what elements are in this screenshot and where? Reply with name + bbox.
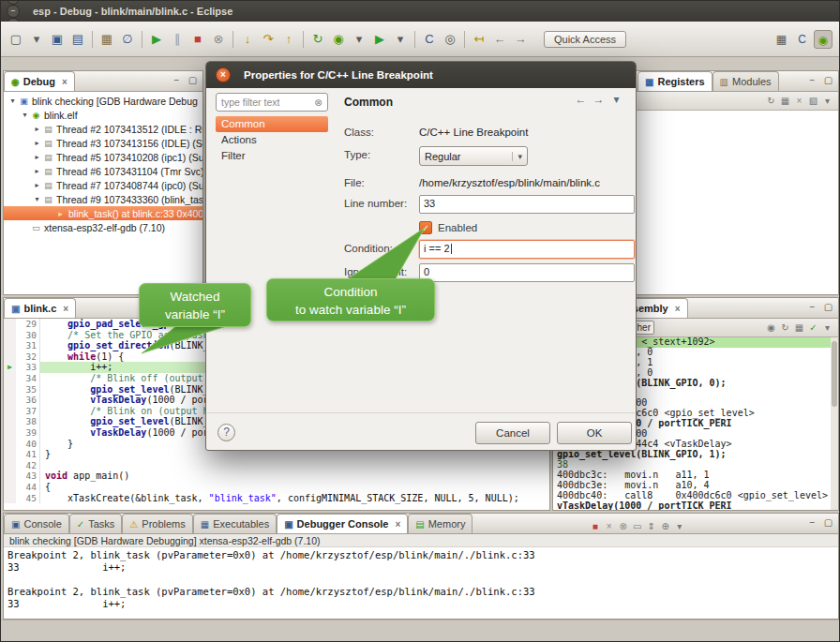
run-menu-icon[interactable]: ▾ <box>391 30 410 49</box>
scrollbar-thumb[interactable] <box>832 341 837 407</box>
debug-tree-item[interactable]: ▾◉blink.elf <box>4 108 202 122</box>
close-icon[interactable]: × <box>395 519 400 530</box>
close-icon[interactable]: × <box>63 304 68 314</box>
run-icon[interactable]: ▶ <box>370 30 389 49</box>
breakpoint-margin[interactable] <box>4 427 16 439</box>
window-minimize-icon[interactable]: − <box>7 5 20 18</box>
last-edit-location-icon[interactable]: ↤ <box>470 30 488 49</box>
code-line[interactable]: 43void app_main() <box>4 470 549 482</box>
tree-expander-icon[interactable]: ▸ <box>32 153 42 161</box>
clear-filter-icon[interactable]: ⊗ <box>314 97 322 108</box>
code-line[interactable]: 42 <box>4 460 549 471</box>
sync-with-pc-icon[interactable]: ◉ <box>764 321 778 335</box>
tab-memory[interactable]: ▤Memory <box>408 514 472 533</box>
tree-expander-icon[interactable]: ▸ <box>32 181 42 189</box>
save-all-icon[interactable]: ▤ <box>68 30 87 49</box>
new-wizard-icon[interactable]: ▢ <box>7 30 25 49</box>
breakpoint-margin[interactable] <box>4 340 16 351</box>
breakpoint-margin[interactable] <box>4 395 16 406</box>
debug-tree-item[interactable]: ▸▤Thread #6 1073431104 (Tmr Svc) (S <box>4 164 202 178</box>
open-perspective-icon[interactable]: ▦ <box>772 30 791 49</box>
breakpoint-margin[interactable] <box>4 351 16 363</box>
scrollbar[interactable] <box>831 337 838 510</box>
tab-console[interactable]: ▣Console <box>4 514 69 533</box>
back-icon[interactable]: ← <box>573 92 589 108</box>
resume-icon[interactable]: ▶ <box>147 30 166 49</box>
breakpoint-margin[interactable] <box>4 449 16 460</box>
build-icon[interactable]: ▦ <box>98 30 116 49</box>
remove-all-launches-icon[interactable]: ⊗ <box>616 520 630 533</box>
tree-expander-icon[interactable]: ▸ <box>32 139 42 147</box>
tab-debug[interactable]: ◉ Debug × <box>4 71 75 91</box>
debug-tree-item[interactable]: ▸▤Thread #3 1073413156 (IDLE) (Susp <box>4 136 202 150</box>
pin-console-icon[interactable]: ⊕ <box>658 520 672 533</box>
disassembly-line[interactable]: vTaskDelay(1000 / portTICK_PERI <box>553 501 831 511</box>
ignore-count-input[interactable]: 0 <box>419 263 635 282</box>
quick-access-button[interactable]: Quick Access <box>544 31 626 48</box>
debug-perspective-icon[interactable]: ◉ <box>814 30 832 49</box>
debug-tree-item[interactable]: ▸▤Thread #7 1073408744 (ipc0) (Susp <box>4 178 202 192</box>
disassembly-line[interactable]: 400dbc3e: movi.n a10, 4 <box>553 481 831 491</box>
close-icon[interactable]: × <box>62 77 68 87</box>
skip-all-breakpoints-icon[interactable]: ∅ <box>118 30 137 49</box>
minimize-icon[interactable]: − <box>805 301 819 314</box>
disconnect-icon[interactable]: ⊗ <box>209 30 228 49</box>
enabled-checkbox[interactable]: ✓ <box>419 221 432 234</box>
tab-tasks[interactable]: ✓Tasks <box>69 514 123 533</box>
back-icon[interactable]: ← <box>490 30 509 49</box>
maximize-icon[interactable]: ▢ <box>821 74 835 87</box>
cpp-perspective-icon[interactable]: C <box>793 30 812 49</box>
forward-icon[interactable]: → <box>511 30 530 49</box>
disassembly-line[interactable]: gpio_set_level(BLINK_GPIO, 1); <box>553 450 831 460</box>
breakpoint-margin[interactable] <box>4 470 16 482</box>
tab-debugger-console[interactable]: ▣Debugger Console× <box>277 514 408 533</box>
maximize-icon[interactable]: ▢ <box>821 516 835 530</box>
tree-expander-icon[interactable]: ▾ <box>32 195 42 203</box>
instruction-pointer-icon[interactable]: ▶ <box>4 362 16 373</box>
save-icon[interactable]: ▣ <box>48 30 67 49</box>
dialog-nav-actions[interactable]: Actions <box>216 132 328 148</box>
step-over-icon[interactable]: ↷ <box>259 30 278 49</box>
track-expression-icon[interactable]: ✓ <box>806 321 820 335</box>
tab-registers[interactable]: ▦Registers <box>638 71 712 91</box>
new-c-project-icon[interactable]: C <box>420 30 439 49</box>
debug-tree-item[interactable]: ▸▤Thread #2 1073413512 (IDLE : Runn <box>4 122 202 136</box>
tree-expander-icon[interactable]: ▾ <box>8 97 18 105</box>
step-return-icon[interactable]: ↑ <box>279 30 298 49</box>
breakpoint-margin[interactable] <box>4 482 16 493</box>
console-menu-icon[interactable]: ▾ <box>672 520 686 533</box>
view-menu-icon[interactable]: ▾ <box>820 95 834 108</box>
code-line[interactable]: 45 xTaskCreate(&blink_task, "blink_task"… <box>4 493 549 504</box>
new-menu-icon[interactable]: ▾ <box>27 30 46 49</box>
add-register-group-icon[interactable]: ▦ <box>778 95 792 108</box>
step-into-icon[interactable]: ↓ <box>238 30 257 49</box>
debug-tree-item[interactable]: ▸blink_task() at blink.c:33 0x400db <box>4 206 202 220</box>
debug-tree-item[interactable]: ▾▤Thread #9 1073433360 (blink_task <box>4 192 202 206</box>
cancel-button[interactable]: Cancel <box>475 422 550 444</box>
debug-tree-item[interactable]: ▸▤Thread #5 1073410208 (ipc1) (Susp <box>4 150 202 164</box>
scroll-lock-icon[interactable]: ⇕ <box>644 520 658 533</box>
debug-menu-icon[interactable]: ▾ <box>350 30 368 49</box>
maximize-icon[interactable]: ▢ <box>821 301 835 314</box>
type-dropdown[interactable]: Regular ▾ <box>419 146 528 166</box>
remove-launch-icon[interactable]: × <box>602 520 616 533</box>
tree-expander-icon[interactable]: ▸ <box>32 167 42 175</box>
clear-console-icon[interactable]: ▭ <box>630 520 644 533</box>
breakpoint-margin[interactable] <box>4 373 16 384</box>
show-source-icon[interactable]: ▦ <box>792 321 806 335</box>
collapse-all-icon[interactable]: ▧ <box>806 95 820 108</box>
search-icon[interactable]: ◎ <box>441 30 459 49</box>
console-output[interactable]: Breakpoint 2, blink_task (pvParameter=0x… <box>4 547 838 619</box>
debug-icon[interactable]: ◉ <box>329 30 348 49</box>
restart-icon[interactable]: ↻ <box>308 30 327 49</box>
minimize-icon[interactable]: − <box>805 516 819 530</box>
tab-blink-c[interactable]: ▣ blink.c × <box>4 298 76 318</box>
refresh-registers-icon[interactable]: ↻ <box>764 95 778 108</box>
breakpoint-margin[interactable] <box>4 416 16 427</box>
debug-tree-item[interactable]: ▭xtensa-esp32-elf-gdb (7.10) <box>4 220 202 234</box>
breakpoint-margin[interactable] <box>4 439 16 450</box>
line-number-input[interactable]: 33 <box>419 195 635 214</box>
close-icon[interactable]: × <box>216 67 231 82</box>
terminate-icon[interactable]: ■ <box>188 30 207 49</box>
terminate-console-icon[interactable]: ■ <box>588 520 602 533</box>
